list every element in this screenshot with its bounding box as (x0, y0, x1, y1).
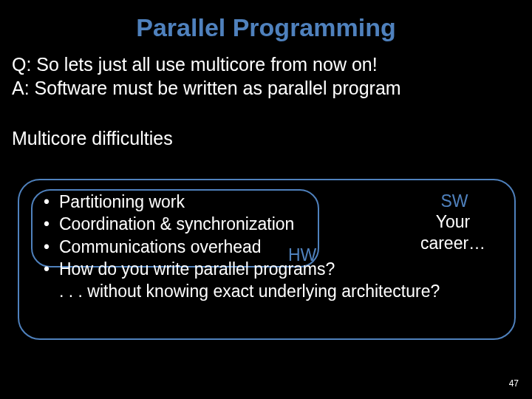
career-line1: Your (405, 211, 501, 233)
qa-block: Q: So lets just all use multicore from n… (10, 52, 522, 100)
answer-line: A: Software must be written as parallel … (12, 76, 520, 100)
bullet-icon: • (34, 191, 59, 213)
slide: Parallel Programming Q: So lets just all… (0, 0, 532, 399)
hw-label: HW (288, 245, 316, 265)
sw-label: SW (421, 191, 488, 211)
bullet-icon: • (34, 213, 59, 235)
career-annotation: Your career… (405, 211, 501, 255)
bullet-text: Communications overhead (59, 236, 262, 258)
bullet-text: Coordination & synchronization (59, 213, 294, 235)
slide-title: Parallel Programming (10, 13, 522, 42)
question-line: Q: So lets just all use multicore from n… (12, 52, 520, 76)
list-item: • How do you write parallel programs? (34, 258, 507, 280)
bullet-icon: • (34, 258, 59, 280)
bullet-continuation: . . . without knowing exact underlying a… (34, 280, 507, 302)
page-number: 47 (509, 378, 519, 389)
bullet-icon: • (34, 236, 59, 258)
bullet-text: Partitioning work (59, 191, 185, 213)
multicore-heading: Multicore difficulties (10, 128, 522, 149)
career-line2: career… (405, 233, 501, 254)
